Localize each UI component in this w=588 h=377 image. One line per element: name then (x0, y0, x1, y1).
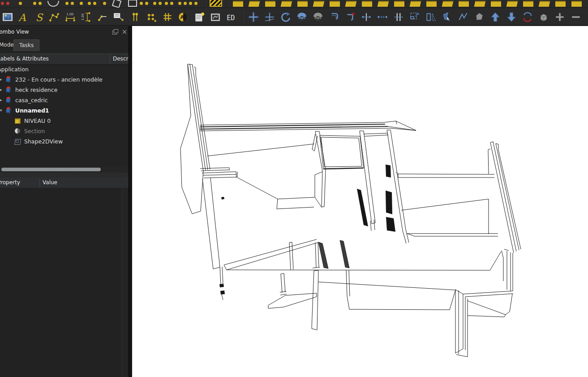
expander-icon[interactable]: ▸ (0, 95, 4, 105)
expander-icon[interactable]: ▸ (0, 74, 4, 85)
arch-icon-2-icon[interactable] (19, 0, 24, 7)
arch-icon-4-icon[interactable] (47, 1, 59, 7)
arch-icon-6-icon[interactable] (80, 0, 85, 7)
arch-icon-8-icon[interactable] (103, 0, 108, 7)
shapestring-icon[interactable]: S (33, 11, 45, 23)
arch-icon-20-icon[interactable] (265, 1, 275, 7)
tree-item-heck-residence[interactable]: ▸heck residence (0, 85, 129, 95)
sub-element-move-icon[interactable] (264, 11, 275, 23)
working-plane-proxy-icon[interactable] (193, 11, 205, 23)
arch-icon-7-icon[interactable] (88, 0, 99, 7)
arch-icon-38-icon[interactable] (555, 1, 566, 7)
draft-dimension-icon[interactable] (48, 11, 60, 23)
float-panel-icon[interactable] (111, 28, 118, 35)
arch-icon-23-icon[interactable] (313, 1, 325, 7)
axis-icon[interactable] (129, 11, 141, 23)
simple-copy-icon[interactable] (312, 11, 324, 23)
dimension-vertical-icon[interactable]: 1.00 (81, 11, 93, 23)
move-icon[interactable] (248, 11, 259, 23)
mirror-icon[interactable] (425, 11, 437, 23)
tree-item-unnamed1[interactable]: ▾Unnamed1 (0, 105, 129, 116)
draft-text-icon[interactable]: A (17, 11, 29, 23)
document-icon (5, 76, 12, 83)
toolbar-separator-3 (242, 11, 243, 22)
grid-icon[interactable] (162, 11, 173, 23)
arch-icon-3-icon[interactable] (33, 0, 44, 7)
tree-horizontal-scrollbar[interactable] (0, 166, 129, 173)
add-to-group-icon[interactable] (538, 11, 549, 23)
arch-icon-1-icon[interactable] (1, 0, 12, 7)
arch-icon-30-icon[interactable] (426, 1, 437, 7)
annotation-styles-icon[interactable]: A (177, 11, 189, 23)
close-panel-icon[interactable]: × (121, 28, 128, 35)
arch-icon-28-icon[interactable] (394, 1, 404, 7)
tab-tasks[interactable]: Tasks (13, 39, 39, 51)
heal-icon[interactable]: ED (226, 11, 237, 23)
model-tree: Application▸232 - En cours - ancien modè… (0, 64, 129, 147)
arch-icon-37-icon[interactable] (539, 1, 550, 7)
clone-icon[interactable] (296, 11, 308, 23)
draft-to-sketch-icon[interactable] (522, 11, 533, 23)
dimension-horizontal-icon[interactable]: 1.00 (64, 11, 76, 23)
remove-point-icon[interactable] (570, 11, 582, 23)
page-view-icon[interactable] (210, 11, 221, 23)
draft-edit-icon[interactable] (441, 11, 453, 23)
document-icon (5, 97, 12, 104)
expander-icon[interactable]: ▾ (0, 105, 4, 116)
arch-icon-18-icon[interactable] (233, 1, 243, 7)
offset-icon[interactable] (328, 11, 340, 23)
expander-icon[interactable]: ▸ (0, 85, 4, 95)
tree-item-section[interactable]: Section (0, 126, 129, 136)
arch-icon-5-icon[interactable] (65, 0, 76, 7)
tree-item-niveau-0[interactable]: NIVEAU 0 (0, 116, 129, 126)
upgrade-icon[interactable] (489, 11, 501, 23)
offset-2d-icon[interactable]: ★ (344, 11, 356, 23)
arch-icon-15-icon[interactable] (178, 0, 189, 7)
arch-icon-17-icon[interactable] (210, 0, 222, 7)
scale-icon[interactable] (409, 11, 421, 23)
arch-icon-19-icon[interactable] (249, 1, 260, 7)
arch-icon-27-icon[interactable] (378, 1, 389, 7)
arch-icon-36-icon[interactable] (523, 1, 533, 7)
arch-icon-34-icon[interactable] (491, 1, 501, 7)
arch-icon-39-icon[interactable] (571, 1, 582, 7)
tree-item-232-en-cours-ancien-modele[interactable]: ▸232 - En cours - ancien modèle (0, 74, 129, 85)
arch-icon-12-icon[interactable] (153, 0, 159, 7)
tree-item-casa-cedric[interactable]: ▸casa_cedric (0, 95, 129, 105)
wire-to-bspline-icon[interactable] (457, 11, 469, 23)
arch-icon-32-icon[interactable] (459, 1, 469, 7)
point-array-icon[interactable] (146, 11, 157, 23)
scrollbar-thumb[interactable] (1, 168, 101, 171)
leader-line-icon[interactable] (97, 11, 108, 23)
arch-icon-9-icon[interactable] (112, 0, 121, 8)
3d-viewport[interactable] (132, 26, 588, 377)
add-point-icon[interactable] (554, 11, 566, 23)
arch-icon-14-icon[interactable] (165, 0, 176, 7)
tree-item-application[interactable]: Application (0, 64, 129, 74)
arch-icon-21-icon[interactable] (281, 1, 292, 7)
stretch-icon[interactable] (393, 11, 404, 23)
join-icon[interactable] (377, 11, 388, 23)
arch-icon-33-icon[interactable] (474, 1, 486, 7)
image-plane-icon[interactable] (2, 11, 13, 23)
rotate-icon[interactable] (280, 11, 292, 23)
arch-icon-16-icon[interactable] (189, 0, 200, 7)
arch-icon-35-icon[interactable] (506, 1, 518, 7)
property-header: Property Value (0, 178, 129, 188)
arch-icon-11-icon[interactable] (140, 0, 150, 7)
trimex-icon[interactable] (361, 11, 372, 23)
downgrade-icon[interactable] (506, 11, 517, 23)
arch-icon-24-icon[interactable] (330, 1, 340, 7)
arch-icon-10-icon[interactable] (128, 0, 137, 7)
arch-icon-25-icon[interactable] (345, 1, 357, 7)
property-vertical-scrollbar[interactable] (122, 188, 127, 377)
arch-icon-26-icon[interactable] (362, 1, 372, 7)
arch-icon-29-icon[interactable] (410, 1, 421, 7)
arch-icon-31-icon[interactable] (442, 1, 454, 7)
label-icon[interactable] (113, 11, 124, 23)
tree-item-shape2dview[interactable]: Shape2DView (0, 136, 129, 147)
facebinder-icon[interactable] (473, 11, 485, 23)
arch-icon-13-icon[interactable] (159, 0, 164, 7)
panel-splitter[interactable] (0, 173, 129, 178)
arch-icon-22-icon[interactable] (297, 1, 308, 7)
